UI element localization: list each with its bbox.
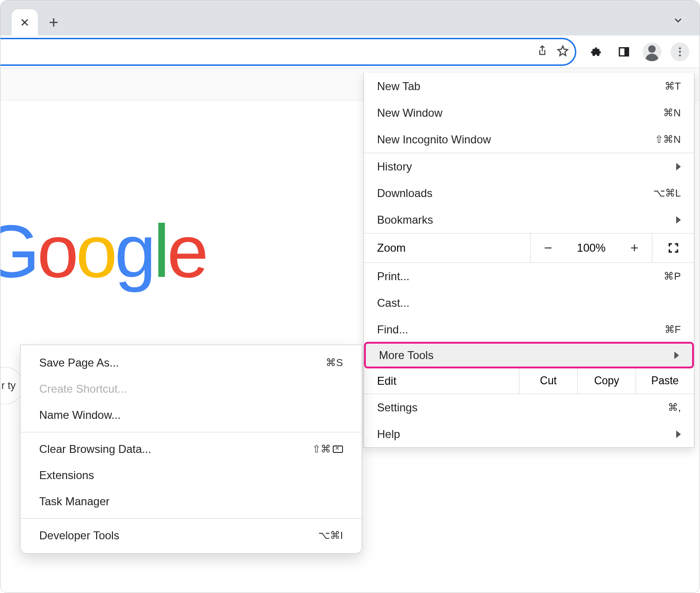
edit-cut[interactable]: Cut (519, 368, 577, 394)
edit-paste[interactable]: Paste (636, 368, 694, 394)
puzzle-icon (590, 46, 602, 58)
close-icon (20, 17, 30, 28)
menu-find[interactable]: Find...⌘F (364, 316, 694, 343)
more-tools-submenu: Save Page As...⌘S Create Shortcut... Nam… (20, 345, 362, 554)
plus-icon (48, 16, 60, 28)
omnibox[interactable] (0, 38, 576, 66)
profile-button[interactable] (643, 42, 661, 61)
menu-new-incognito[interactable]: New Incognito Window⇧⌘N (364, 126, 694, 153)
submenu-save-page[interactable]: Save Page As...⌘S (21, 350, 362, 376)
more-menu-button[interactable] (671, 42, 689, 61)
chevron-right-icon (676, 431, 681, 438)
menu-print[interactable]: Print...⌘P (364, 263, 694, 289)
submenu-extensions[interactable]: Extensions (21, 462, 362, 488)
chevron-right-icon (676, 216, 681, 224)
menu-edit-row: Edit Cut Copy Paste (364, 367, 694, 394)
toolbar-actions (576, 42, 700, 61)
menu-zoom-row: Zoom − 100% + (364, 233, 694, 263)
menu-history[interactable]: History (364, 153, 694, 180)
menu-help[interactable]: Help (364, 421, 694, 447)
menu-cast[interactable]: Cast... (364, 289, 694, 316)
browser-window: Google r ty New Tab⌘T New Window⌘N New I… (0, 0, 700, 593)
chrome-main-menu: New Tab⌘T New Window⌘N New Incognito Win… (364, 73, 694, 448)
svg-point-3 (679, 50, 681, 52)
toolbar (0, 35, 700, 68)
chevron-down-icon (673, 15, 683, 25)
menu-new-tab[interactable]: New Tab⌘T (364, 73, 694, 99)
menu-more-tools[interactable]: More Tools (364, 342, 694, 368)
tab-strip (0, 0, 700, 35)
extensions-button[interactable] (587, 42, 605, 61)
svg-point-2 (679, 47, 681, 49)
avatar-icon (648, 45, 656, 53)
star-icon[interactable] (556, 44, 569, 59)
submenu-create-shortcut: Create Shortcut... (21, 376, 362, 402)
zoom-value: 100% (566, 233, 617, 262)
svg-point-4 (679, 54, 681, 56)
submenu-name-window[interactable]: Name Window... (21, 402, 362, 428)
menu-downloads[interactable]: Downloads⌥⌘L (364, 180, 694, 206)
fullscreen-button[interactable] (652, 233, 694, 262)
submenu-clear-browsing-data[interactable]: Clear Browsing Data... ⇧⌘ (21, 436, 362, 462)
edit-label: Edit (364, 368, 519, 394)
panel-icon (618, 46, 630, 58)
tab-close-button[interactable] (12, 9, 38, 35)
delete-icon (333, 445, 343, 453)
zoom-label: Zoom (364, 233, 531, 262)
chevron-right-icon (676, 163, 681, 170)
submenu-task-manager[interactable]: Task Manager (21, 488, 362, 515)
share-icon[interactable] (536, 45, 548, 59)
menu-new-window[interactable]: New Window⌘N (364, 99, 694, 126)
menu-settings[interactable]: Settings⌘, (364, 394, 694, 421)
zoom-in-button[interactable]: + (617, 233, 652, 262)
zoom-out-button[interactable]: − (531, 233, 566, 262)
chevron-right-icon (674, 352, 679, 359)
google-logo: Google (0, 208, 206, 294)
new-tab-button[interactable] (43, 12, 64, 33)
menu-bookmarks[interactable]: Bookmarks (364, 206, 694, 233)
svg-rect-1 (624, 48, 629, 56)
tabs-dropdown-button[interactable] (672, 14, 685, 27)
edit-copy[interactable]: Copy (577, 368, 636, 394)
sidepanel-button[interactable] (615, 42, 633, 61)
fullscreen-icon (667, 242, 679, 254)
dots-vertical-icon (674, 46, 686, 58)
submenu-developer-tools[interactable]: Developer Tools⌥⌘I (21, 522, 362, 549)
address-input[interactable] (0, 46, 527, 57)
